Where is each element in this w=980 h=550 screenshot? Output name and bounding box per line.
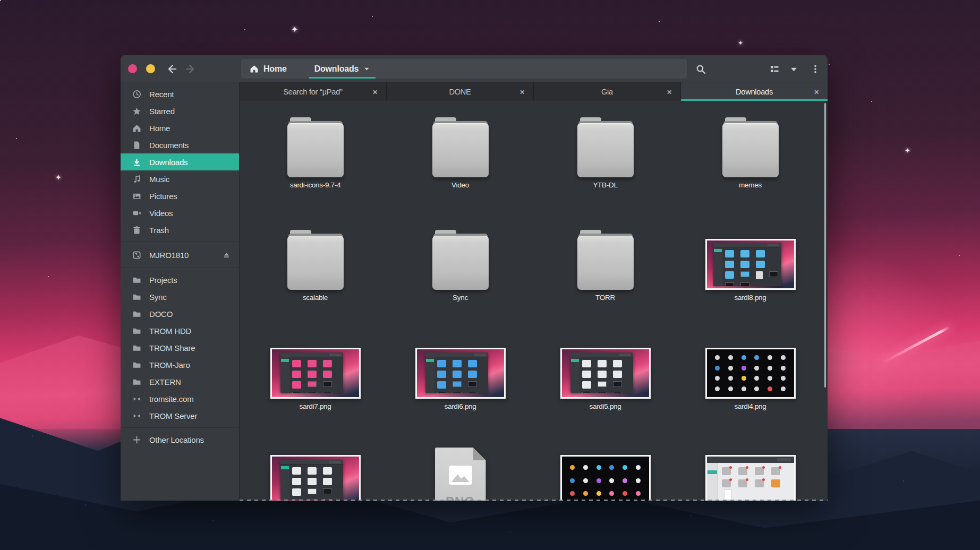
- file-scalable[interactable]: scalable: [243, 221, 388, 302]
- sidebar-item-extern[interactable]: EXTERN: [121, 373, 239, 390]
- sidebar-item-trom-share[interactable]: TROM Share: [121, 339, 239, 356]
- wallpaper-stars: [0, 0, 1, 1]
- file-sardi6-png[interactable]: sardi6.png: [388, 341, 533, 410]
- sidebar-item-trom-hdd[interactable]: TROM HDD: [121, 322, 239, 339]
- sidebar-item-doco[interactable]: DOCO: [121, 305, 239, 322]
- sidebar-separator: [121, 268, 239, 268]
- file-sardi-icons-9-7-4[interactable]: sardi-icons-9.7-4: [243, 108, 388, 189]
- folder-icon: [132, 343, 141, 353]
- sidebar-item-label: Trash: [149, 226, 169, 235]
- tab-label: Search for “µPad”: [283, 88, 342, 96]
- file-name: TORR: [595, 294, 615, 302]
- sidebar: RecentStarredHomeDocumentsDownloadsMusic…: [121, 82, 240, 501]
- tab-close-icon[interactable]: ×: [519, 87, 525, 96]
- files-view[interactable]: sardi-icons-9.7-4VideoYTB-DLmemesscalabl…: [240, 101, 828, 501]
- network-icon: [132, 394, 141, 403]
- desktop: { "accent": "#2eb39b", "wallpaper": { "t…: [0, 0, 980, 550]
- file-sardi7-png[interactable]: sardi7.png: [243, 341, 388, 410]
- sidebar-item-sync[interactable]: Sync: [121, 288, 239, 305]
- view-toggle-button[interactable]: [766, 61, 782, 77]
- chevron-down-icon: [363, 65, 370, 72]
- tab-done[interactable]: DONE×: [387, 82, 534, 101]
- file-sardi8-png[interactable]: sardi8.png: [678, 221, 823, 302]
- folder-icon: [576, 230, 635, 290]
- png-file-icon: PNG: [435, 448, 486, 501]
- file-grid-row: PNG: [243, 443, 824, 501]
- tab-close-icon[interactable]: ×: [667, 87, 672, 96]
- file-sardi5-png[interactable]: sardi5.png: [533, 341, 678, 410]
- menu-button[interactable]: [807, 61, 823, 77]
- tab-close-icon[interactable]: ×: [372, 87, 378, 96]
- tab-close-icon[interactable]: ×: [814, 87, 819, 96]
- sidebar-item-projects[interactable]: Projects: [121, 271, 239, 288]
- file-image-14[interactable]: [533, 443, 678, 501]
- sidebar-item-downloads[interactable]: Downloads: [121, 153, 239, 170]
- sidebar-item-mjro1810[interactable]: MJRO1810: [121, 245, 239, 264]
- close-button[interactable]: [128, 64, 137, 73]
- view-options-button[interactable]: [786, 61, 802, 77]
- image-thumbnail: [705, 348, 796, 399]
- sidebar-item-label: Home: [149, 124, 170, 133]
- search-icon: [696, 64, 706, 74]
- sidebar-item-label: DOCO: [149, 310, 173, 319]
- sidebar-item-trash[interactable]: Trash: [121, 221, 239, 238]
- sidebar-item-trom-jaro[interactable]: TROM-Jaro: [121, 356, 239, 373]
- sidebar-item-label: tromsite.com: [149, 394, 193, 403]
- sidebar-item-label: EXTERN: [149, 377, 181, 386]
- sidebar-item-starred[interactable]: Starred: [121, 102, 239, 119]
- forward-button[interactable]: [183, 62, 198, 76]
- file-video[interactable]: Video: [388, 108, 533, 189]
- sidebar-item-music[interactable]: Music: [121, 170, 239, 187]
- sidebar-item-label: Other Locations: [149, 435, 204, 444]
- file-name: memes: [739, 181, 762, 189]
- back-button[interactable]: [164, 62, 179, 76]
- tab-bar: Search for “µPad”×DONE×Gia×Downloads×: [240, 82, 828, 101]
- tab-search-for-pad[interactable]: Search for “µPad”×: [240, 82, 387, 101]
- sidebar-separator: [121, 242, 239, 242]
- tab-label: DONE: [449, 88, 471, 96]
- folder-icon: [132, 360, 141, 369]
- music-icon: [132, 175, 141, 184]
- sidebar-item-recent[interactable]: Recent: [121, 85, 239, 102]
- image-thumbnail: [270, 348, 361, 399]
- file-sardi4-png[interactable]: sardi4.png: [678, 341, 823, 410]
- path-bar: Home Downloads: [241, 59, 687, 79]
- file-name: sardi7.png: [299, 402, 331, 410]
- plus-icon: [132, 435, 141, 444]
- sidebar-item-pictures[interactable]: Pictures: [121, 187, 239, 204]
- vertical-scrollbar[interactable]: [824, 103, 826, 388]
- tab-label: Gia: [601, 88, 613, 96]
- drive-icon: [132, 251, 141, 260]
- image-thumbnail: [415, 348, 506, 399]
- sidebar-item-trom-server[interactable]: TROM Server: [121, 407, 239, 424]
- breadcrumb-home[interactable]: Home: [241, 59, 295, 79]
- eject-button[interactable]: [223, 251, 231, 259]
- tab-downloads[interactable]: Downloads×: [681, 82, 828, 101]
- sidebar-item-tromsite-com[interactable]: tromsite.com: [121, 390, 239, 407]
- sidebar-item-videos[interactable]: Videos: [121, 204, 239, 221]
- folder-icon: [132, 326, 141, 336]
- sidebar-item-label: Videos: [149, 209, 173, 218]
- file-image-13[interactable]: PNG: [388, 443, 533, 501]
- folder-icon: [286, 230, 345, 290]
- star-icon: [132, 107, 141, 116]
- tab-gia[interactable]: Gia×: [534, 82, 681, 101]
- breadcrumb-downloads[interactable]: Downloads: [306, 59, 379, 79]
- file-ytb-dl[interactable]: YTB-DL: [533, 108, 678, 189]
- sidebar-item-other-locations[interactable]: Other Locations: [121, 431, 239, 448]
- folder-icon: [132, 377, 141, 386]
- file-image-15[interactable]: [678, 443, 823, 501]
- sidebar-item-documents[interactable]: Documents: [121, 136, 239, 153]
- sidebar-item-home[interactable]: Home: [121, 119, 239, 136]
- file-grid-row: scalableSyncTORRsardi8.png: [243, 221, 824, 302]
- sidebar-item-label: TROM-Jaro: [149, 360, 190, 369]
- file-memes[interactable]: memes: [678, 108, 823, 189]
- breadcrumb-downloads-label: Downloads: [314, 64, 359, 74]
- file-torr[interactable]: TORR: [533, 221, 678, 302]
- file-name: Video: [451, 181, 469, 189]
- search-button[interactable]: [693, 61, 709, 77]
- wallpaper-sparkle: ✦: [738, 39, 743, 47]
- minimize-button[interactable]: [146, 64, 155, 73]
- file-image-12[interactable]: [243, 443, 388, 501]
- file-sync[interactable]: Sync: [388, 221, 533, 302]
